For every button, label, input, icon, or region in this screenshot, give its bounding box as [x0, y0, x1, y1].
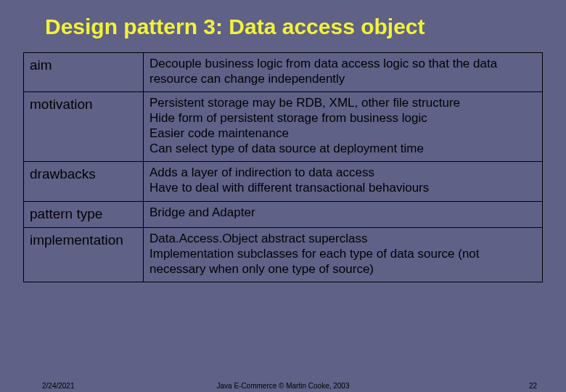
body-line: Persistent storage may be RDB, XML, othe…	[149, 96, 536, 111]
row-label-drawbacks: drawbacks	[24, 162, 144, 201]
body-line: Can select type of data source at deploy…	[149, 142, 536, 157]
table-row: aim Decouple business logic from data ac…	[24, 53, 543, 92]
row-body-implementation: Data.Access.Object abstract superclass I…	[144, 228, 543, 282]
row-body-motivation: Persistent storage may be RDB, XML, othe…	[144, 92, 543, 162]
body-line: Decouple business logic from data access…	[149, 57, 536, 86]
body-line: Bridge and Adapter	[149, 205, 536, 221]
pattern-table: aim Decouple business logic from data ac…	[23, 52, 543, 282]
row-label-motivation: motivation	[24, 92, 144, 162]
table-row: motivation Persistent storage may be RDB…	[24, 92, 543, 162]
row-body-drawbacks: Adds a layer of indirection to data acce…	[144, 162, 543, 201]
table-row: implementation Data.Access.Object abstra…	[24, 228, 543, 282]
row-label-patterntype: pattern type	[24, 201, 144, 227]
slide: Design pattern 3: Data access object aim…	[0, 0, 566, 392]
table-row: pattern type Bridge and Adapter	[24, 201, 543, 227]
body-line: Implementation subclasses for each type …	[149, 247, 536, 277]
footer-page: 22	[529, 382, 537, 390]
row-body-aim: Decouple business logic from data access…	[144, 53, 543, 92]
body-line: Easier code maintenance	[149, 126, 536, 142]
slide-title: Design pattern 3: Data access object	[0, 0, 566, 52]
body-line: Hide form of persistent storage from bus…	[149, 111, 536, 126]
row-body-patterntype: Bridge and Adapter	[144, 201, 543, 227]
row-label-aim: aim	[24, 53, 144, 92]
body-line: Data.Access.Object abstract superclass	[149, 232, 536, 247]
footer-center: Java E-Commerce © Martin Cooke, 2003	[0, 382, 566, 390]
body-line: Have to deal with different transactiona…	[149, 181, 536, 196]
row-label-implementation: implementation	[24, 228, 144, 282]
pattern-table-wrap: aim Decouple business logic from data ac…	[0, 52, 566, 282]
body-line: Adds a layer of indirection to data acce…	[149, 166, 536, 181]
table-row: drawbacks Adds a layer of indirection to…	[24, 162, 543, 201]
